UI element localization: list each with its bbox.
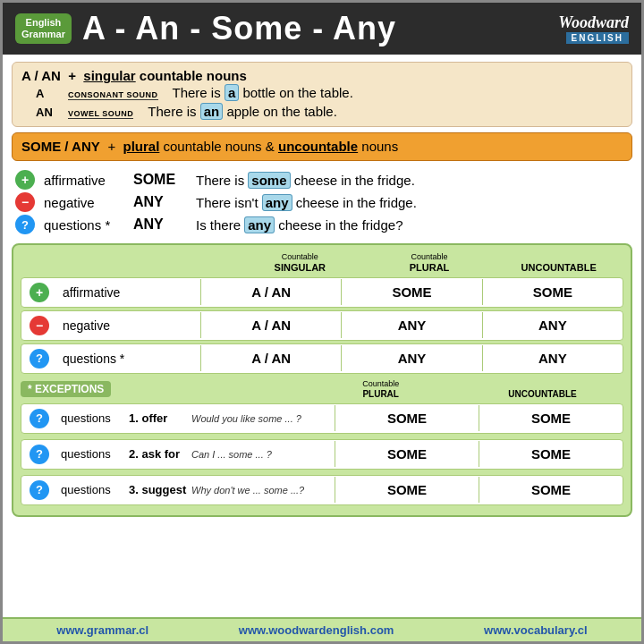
a-sound-label: consonant sound xyxy=(68,90,158,100)
table-row-affirmative: + affirmative A / AN SOME SOME xyxy=(21,277,623,308)
tr-any-que: ANY xyxy=(341,345,481,371)
table-row-questions: ? questions * A / AN ANY ANY xyxy=(21,343,623,374)
header: English Grammar A - An - Some - Any Wood… xyxy=(3,3,641,55)
exc-th-uncountable-label: UNCOUNTABLE xyxy=(462,389,623,400)
tr-affirmative-label: affirmative xyxy=(57,285,200,300)
a-prefix: A xyxy=(36,87,63,100)
er-type-3: questions xyxy=(57,483,129,496)
some-any-suffix: + plural countable nouns & uncountable n… xyxy=(104,139,398,154)
er-detail-1: 1. offer xyxy=(129,411,191,425)
table-header: Countable SINGULAR Countable PLURAL UNCO… xyxy=(21,252,623,274)
er-q-badge-2: ? xyxy=(30,445,49,464)
negative-row: − negative ANY There isn't any cheese in… xyxy=(15,192,629,212)
exc-th-uncountable: UNCOUNTABLE xyxy=(462,379,623,400)
some-any-section-title: SOME / ANY + plural countable nouns & un… xyxy=(12,132,632,161)
th-countable-plural: Countable PLURAL xyxy=(365,252,495,274)
badge-line1: English xyxy=(26,17,62,28)
tr-minus-badge: − xyxy=(30,316,49,335)
er-some-unc-3: SOME xyxy=(479,477,623,503)
exc-row-ask: ? questions 2. ask for Can I ... some ..… xyxy=(21,439,623,470)
footer-link-vocabulary[interactable]: www.vocabulary.cl xyxy=(484,623,588,637)
questions-label: questions * xyxy=(44,217,124,233)
questions-sentence: Is there any cheese in the fridge? xyxy=(196,217,403,233)
logo-subtitle: ENGLISH xyxy=(566,32,629,44)
tr-a-an-aff: A / AN xyxy=(200,279,341,305)
a-highlight: a xyxy=(225,84,239,101)
minus-sign: − xyxy=(15,192,35,212)
exc-row-suggest: ? questions 3. suggest Why don't we ... … xyxy=(21,475,623,505)
tr-any-neg-unc: ANY xyxy=(482,312,623,338)
question-sign: ? xyxy=(15,215,35,234)
an-highlight: an xyxy=(200,103,224,120)
any-highlight-1: any xyxy=(262,194,292,211)
a-an-suffix: + singular countable nouns xyxy=(64,68,247,83)
th-top-3 xyxy=(494,252,623,262)
exc-th-plural: PLURAL xyxy=(300,389,462,400)
tr-some-aff-unc: SOME xyxy=(482,279,623,305)
exceptions-body: ? questions 1. offer Would you like some… xyxy=(21,403,623,508)
questions-row: ? questions * ANY Is there any cheese in… xyxy=(15,215,629,234)
a-an-title: A / AN + singular countable nouns xyxy=(21,68,623,83)
plus-sign: + xyxy=(15,170,35,190)
badge-line2: Grammar xyxy=(21,29,65,39)
th-bottom-2: PLURAL xyxy=(365,262,495,274)
affirmative-sentence: There is some cheese in the fridge. xyxy=(196,173,415,188)
some-highlight-1: some xyxy=(248,172,290,189)
exceptions-header: * EXCEPTIONS Countable PLURAL UNCOUNTABL… xyxy=(21,379,623,400)
er-sign-1: ? xyxy=(21,409,57,428)
th-top-1: Countable xyxy=(235,252,365,262)
tr-plus-badge: + xyxy=(30,283,49,302)
tr-some-aff: SOME xyxy=(341,279,481,305)
page-title: A - An - Some - Any xyxy=(82,10,547,47)
er-some-unc-1: SOME xyxy=(479,405,623,431)
th-bottom-1: SINGULAR xyxy=(235,262,365,274)
affirmative-label: affirmative xyxy=(44,173,124,188)
a-an-section: A / AN + singular countable nouns A cons… xyxy=(12,62,632,127)
any-word-negative: ANY xyxy=(133,194,187,210)
er-detail-3: 3. suggest xyxy=(129,483,191,496)
any-highlight-2: any xyxy=(244,216,275,233)
main-content: A / AN + singular countable nouns A cons… xyxy=(3,55,641,617)
er-some-2: SOME xyxy=(335,441,479,467)
some-any-keyword: SOME / ANY xyxy=(21,139,100,154)
er-sentence-2: Can I ... some ... ? xyxy=(191,449,335,460)
er-sign-2: ? xyxy=(21,445,57,464)
th-countable-singular: Countable SINGULAR xyxy=(235,252,365,274)
some-word: SOME xyxy=(133,172,187,188)
table-row-negative: − negative A / AN ANY ANY xyxy=(21,310,623,341)
english-grammar-badge: English Grammar xyxy=(15,13,72,44)
logo-name: Woodward xyxy=(558,13,629,32)
footer-link-grammar[interactable]: www.grammar.cl xyxy=(56,623,148,637)
tr-any-que-unc: ANY xyxy=(482,345,623,371)
tr-plus-sign: + xyxy=(21,283,57,302)
usage-rows: + affirmative SOME There is some cheese … xyxy=(12,166,632,238)
any-word-question: ANY xyxy=(133,216,187,233)
exc-th-top2 xyxy=(462,379,623,389)
negative-label: negative xyxy=(44,195,124,210)
an-sound-label: vowel sound xyxy=(68,109,133,119)
a-rule-row: A consonant sound There is a bottle on t… xyxy=(21,83,623,102)
er-sentence-3: Why don't we ... some ...? xyxy=(191,485,335,496)
th-top-2: Countable xyxy=(365,252,495,262)
tr-minus-sign: − xyxy=(21,316,57,335)
tr-question-badge: ? xyxy=(30,349,49,369)
footer-link-woodward[interactable]: www.woodwardenglish.com xyxy=(239,623,394,637)
er-detail-2: 2. ask for xyxy=(129,447,191,461)
tr-a-an-neg: A / AN xyxy=(200,312,341,338)
er-some-3: SOME xyxy=(335,477,479,503)
a-an-keyword: A / AN xyxy=(21,68,61,83)
er-sign-3: ? xyxy=(21,480,57,500)
exc-th-countable-plural: Countable PLURAL xyxy=(300,379,462,400)
footer: www.grammar.cl www.woodwardenglish.com w… xyxy=(3,617,641,641)
tr-a-an-que: A / AN xyxy=(200,345,341,371)
er-type-2: questions xyxy=(57,447,129,461)
er-q-badge-1: ? xyxy=(30,409,49,428)
er-some-unc-2: SOME xyxy=(479,441,623,467)
negative-sentence: There isn't any cheese in the fridge. xyxy=(196,195,417,210)
exc-th-top: Countable xyxy=(300,379,462,389)
tr-any-neg: ANY xyxy=(341,312,481,338)
page-container: English Grammar A - An - Some - Any Wood… xyxy=(0,0,644,644)
table-body: + affirmative A / AN SOME SOME − negativ… xyxy=(21,277,623,374)
th-uncountable: UNCOUNTABLE xyxy=(494,252,623,274)
woodward-logo: Woodward ENGLISH xyxy=(558,13,629,44)
